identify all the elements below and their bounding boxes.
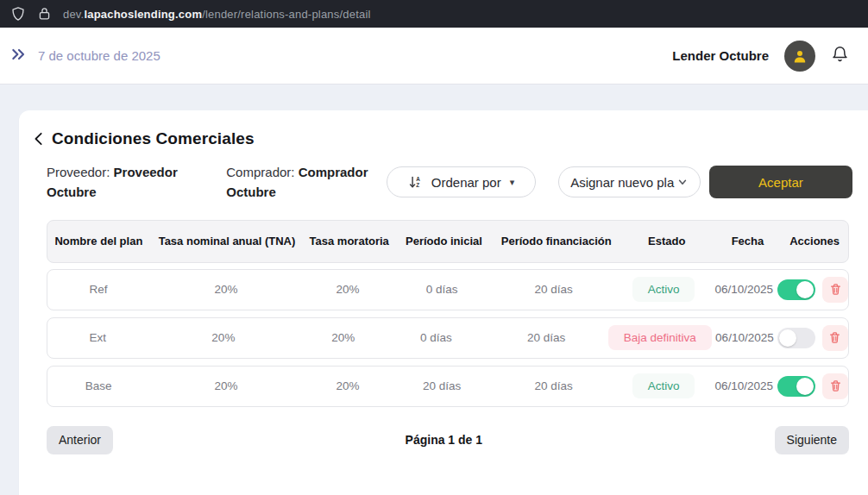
trash-icon xyxy=(829,379,842,392)
cell-periodo-inicial: 0 días xyxy=(393,283,491,296)
cell-acciones xyxy=(777,373,848,399)
status-badge: Activo xyxy=(632,277,695,302)
delete-button[interactable] xyxy=(822,325,848,351)
person-icon xyxy=(791,47,808,65)
lock-icon[interactable] xyxy=(38,7,51,21)
content-card: Condiciones Comerciales Proveedor: Prove… xyxy=(19,110,868,495)
svg-text:A: A xyxy=(416,176,420,182)
previous-page-button[interactable]: Anterior xyxy=(47,426,113,454)
col-header-moratoria: Tasa moratoria xyxy=(304,235,394,248)
delete-button[interactable] xyxy=(822,277,848,303)
page-title: Condiciones Comerciales xyxy=(52,129,255,148)
cell-periodo-inicial: 20 días xyxy=(393,379,491,392)
user-name: Lender Octubre xyxy=(672,48,769,63)
cell-nombre: Ext xyxy=(47,331,148,344)
cell-nombre: Ref xyxy=(47,283,149,296)
svg-text:Z: Z xyxy=(416,182,419,188)
cell-moratoria: 20% xyxy=(303,283,393,296)
toggle-knob xyxy=(796,281,814,298)
user-avatar[interactable] xyxy=(784,41,815,72)
back-chevron-icon[interactable] xyxy=(33,132,45,146)
active-toggle[interactable] xyxy=(777,376,815,397)
app-header: 7 de octubre de 2025 Lender Octubre xyxy=(0,28,868,85)
cell-moratoria: 20% xyxy=(303,379,393,392)
cell-periodo-financiacion: 20 días xyxy=(491,283,617,296)
cell-fecha: 06/10/2025 xyxy=(711,379,777,392)
col-header-tna: Tasa nominal anual (TNA) xyxy=(150,235,304,248)
plans-table: Nombre del plan Tasa nominal anual (TNA)… xyxy=(47,220,849,407)
cell-periodo-financiacion: 20 días xyxy=(491,379,617,392)
toggle-knob xyxy=(796,378,814,395)
cell-moratoria: 20% xyxy=(299,331,387,344)
proveedor-info: Proveedor: Proveedor Octubre xyxy=(47,162,183,203)
cell-periodo-inicial: 0 días xyxy=(387,331,484,344)
next-page-button[interactable]: Siguiente xyxy=(775,426,849,454)
comprador-label: Comprador: xyxy=(226,165,294,179)
page-background: Condiciones Comerciales Proveedor: Prove… xyxy=(0,85,868,495)
sort-by-label: Ordenar por xyxy=(431,175,501,190)
comprador-info: Comprador: Comprador Octubre xyxy=(226,162,373,203)
table-header-row: Nombre del plan Tasa nominal anual (TNA)… xyxy=(47,220,849,263)
trash-icon xyxy=(829,283,842,296)
address-bar-url[interactable]: dev.lapachoslending.com/lender/relations… xyxy=(63,8,371,21)
col-header-nombre: Nombre del plan xyxy=(47,235,150,248)
cell-fecha: 06/10/2025 xyxy=(712,331,777,344)
cell-acciones xyxy=(777,325,848,351)
cell-nombre: Base xyxy=(47,379,149,392)
chevron-down-icon xyxy=(677,177,688,187)
cell-periodo-financiacion: 20 días xyxy=(484,331,607,344)
col-header-periodo-financiacion: Período financiación xyxy=(494,235,620,248)
accept-button[interactable]: Aceptar xyxy=(709,166,852,198)
assign-plan-select[interactable]: Asignar nuevo pla xyxy=(558,166,701,197)
sort-az-icon: A Z xyxy=(408,175,423,190)
table-row: Ext 20% 20% 0 días 20 días Baja definiti… xyxy=(47,317,849,359)
col-header-periodo-inicial: Período inicial xyxy=(394,235,493,248)
notifications-bell-icon[interactable] xyxy=(831,45,849,67)
pagination: Anterior Página 1 de 1 Siguiente xyxy=(47,426,849,454)
sort-by-button[interactable]: A Z Ordenar por ▾ xyxy=(387,166,535,197)
table-row: Ref 20% 20% 0 días 20 días Activo 06/10/… xyxy=(47,269,849,310)
cell-tna: 20% xyxy=(149,283,302,296)
proveedor-label: Proveedor: xyxy=(47,165,110,179)
assign-plan-value: Asignar nuevo pla xyxy=(570,175,674,190)
table-row: Base 20% 20% 20 días 20 días Activo 06/1… xyxy=(47,366,849,407)
col-header-estado: Estado xyxy=(620,235,714,248)
active-toggle[interactable] xyxy=(777,279,815,300)
status-badge: Baja definitiva xyxy=(608,325,712,350)
url-domain: lapachoslending.com xyxy=(84,8,202,21)
active-toggle[interactable] xyxy=(777,328,815,348)
col-header-acciones: Acciones xyxy=(781,235,848,248)
col-header-fecha: Fecha xyxy=(714,235,782,248)
cell-tna: 20% xyxy=(149,379,302,392)
toggle-knob xyxy=(779,329,796,347)
cell-acciones xyxy=(777,277,848,303)
current-date: 7 de octubre de 2025 xyxy=(38,48,160,63)
url-subdomain: dev. xyxy=(63,8,84,21)
browser-bar: dev.lapachoslending.com/lender/relations… xyxy=(0,0,868,28)
page-indicator: Página 1 de 1 xyxy=(406,433,482,447)
dropdown-caret-icon: ▾ xyxy=(510,177,515,188)
status-badge: Activo xyxy=(632,373,695,398)
trash-icon xyxy=(828,331,841,344)
sidebar-expand-icon[interactable] xyxy=(10,47,28,66)
delete-button[interactable] xyxy=(822,373,848,399)
cell-tna: 20% xyxy=(148,331,299,344)
cell-fecha: 06/10/2025 xyxy=(711,283,777,296)
url-path: /lender/relations-and-plans/detail xyxy=(202,8,370,21)
shield-icon[interactable] xyxy=(10,6,26,22)
